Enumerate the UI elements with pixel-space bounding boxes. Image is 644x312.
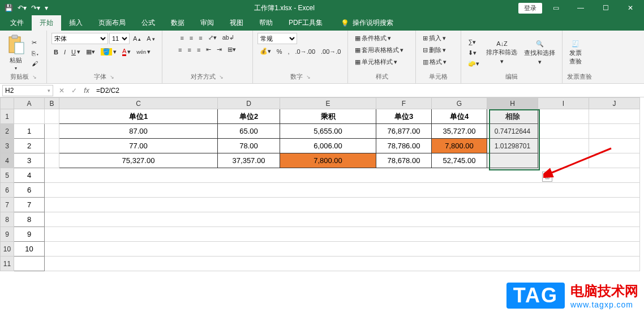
cell-i2[interactable] bbox=[538, 124, 589, 139]
colhdr-d[interactable]: D bbox=[218, 98, 280, 109]
invoice-verify-button[interactable]: 🧾 发票 查验 bbox=[567, 39, 584, 67]
cell-b4[interactable] bbox=[45, 153, 59, 168]
colhdr-g[interactable]: G bbox=[432, 98, 487, 109]
cell-e4[interactable]: 7,800.00 bbox=[280, 153, 376, 168]
rowhdr-10[interactable]: 10 bbox=[1, 242, 14, 257]
sort-filter-button[interactable]: A↓Z 排序和筛选▾ bbox=[484, 39, 520, 66]
align-left-button[interactable]: ≡ bbox=[176, 45, 184, 54]
cell-f3[interactable]: 78,786.00 bbox=[376, 139, 432, 153]
clear-button[interactable]: 🧽▾ bbox=[466, 59, 482, 69]
copy-button[interactable]: ⎘▾ bbox=[29, 49, 42, 58]
rowhdr-2[interactable]: 2 bbox=[1, 124, 14, 139]
comma-button[interactable]: , bbox=[285, 47, 291, 56]
shrink-font-button[interactable]: A▾ bbox=[144, 34, 157, 43]
colhdr-j[interactable]: J bbox=[589, 98, 640, 109]
formula-input[interactable] bbox=[93, 87, 644, 95]
cell-h2[interactable]: 0.74712644 bbox=[487, 124, 538, 139]
wrap-text-button[interactable]: ab↲ bbox=[220, 33, 237, 42]
cell-e1[interactable]: 乘积 bbox=[280, 109, 376, 124]
cell-j2[interactable] bbox=[589, 124, 640, 139]
format-cells-button[interactable]: ▥ 格式 ▾ bbox=[420, 57, 449, 67]
colhdr-h[interactable]: H bbox=[487, 98, 538, 109]
colhdr-b[interactable]: B bbox=[45, 98, 59, 109]
cell-a3[interactable]: 2 bbox=[14, 139, 45, 153]
colhdr-c[interactable]: C bbox=[59, 98, 218, 109]
decrease-decimal-button[interactable]: .00→.0 bbox=[319, 47, 343, 56]
font-size-select[interactable]: 11 bbox=[109, 33, 130, 44]
cell-b1[interactable] bbox=[45, 109, 59, 124]
tab-view[interactable]: 视图 bbox=[222, 15, 251, 31]
cell-a1[interactable] bbox=[14, 109, 45, 124]
cell-c1[interactable]: 单位1 bbox=[59, 109, 218, 124]
clipboard-launcher[interactable]: ↘ bbox=[32, 74, 37, 80]
align-center-button[interactable]: ≡ bbox=[185, 45, 193, 54]
cell-g1[interactable]: 单位4 bbox=[432, 109, 487, 124]
spreadsheet-grid[interactable]: A B C D E F G H I J 1 单位1 单位2 乘积 单位3 单位4… bbox=[0, 97, 644, 312]
cell-g4[interactable]: 52,745.00 bbox=[432, 153, 487, 168]
tell-me-search[interactable]: 💡 操作说明搜索 bbox=[335, 15, 399, 31]
rowhdr-3[interactable]: 3 bbox=[1, 139, 14, 153]
rowhdr-9[interactable]: 9 bbox=[1, 227, 14, 242]
grow-font-button[interactable]: A▴ bbox=[131, 34, 143, 43]
close-icon[interactable]: ✕ bbox=[619, 0, 642, 16]
cell-a2[interactable]: 1 bbox=[14, 124, 45, 139]
tab-home[interactable]: 开始 bbox=[32, 15, 61, 31]
tab-insert[interactable]: 插入 bbox=[61, 15, 91, 31]
number-format-select[interactable]: 常规 bbox=[257, 33, 297, 44]
maximize-icon[interactable]: ☐ bbox=[594, 0, 617, 16]
cell-d4[interactable]: 37,357.00 bbox=[218, 153, 280, 168]
number-launcher[interactable]: ↘ bbox=[306, 74, 311, 80]
rowhdr-5[interactable]: 5 bbox=[1, 168, 14, 183]
cell-a7[interactable]: 7 bbox=[14, 198, 45, 212]
tab-pdf[interactable]: PDF工具集 bbox=[281, 15, 330, 31]
conditional-format-button[interactable]: ▦ 条件格式 ▾ bbox=[353, 33, 393, 44]
cell-a6[interactable]: 6 bbox=[14, 183, 45, 198]
minimize-icon[interactable]: — bbox=[569, 0, 592, 16]
tab-file[interactable]: 文件 bbox=[2, 15, 32, 31]
tab-data[interactable]: 数据 bbox=[163, 15, 192, 31]
delete-cells-button[interactable]: ⊟ 删除 ▾ bbox=[420, 45, 448, 55]
find-select-button[interactable]: 🔍 查找和选择▾ bbox=[522, 39, 557, 67]
cell-d3[interactable]: 78.00 bbox=[218, 139, 280, 153]
select-all-corner[interactable] bbox=[1, 98, 14, 109]
percent-button[interactable]: % bbox=[274, 47, 285, 56]
cell-g3[interactable]: 7,800.00 bbox=[432, 139, 487, 153]
rowhdr-7[interactable]: 7 bbox=[1, 198, 14, 212]
format-painter-button[interactable]: 🖌 bbox=[29, 59, 42, 68]
orientation-button[interactable]: ⤢▾ bbox=[206, 33, 219, 42]
cell-a11[interactable] bbox=[14, 257, 45, 271]
cell-g2[interactable]: 35,727.00 bbox=[432, 124, 487, 139]
cell-b2[interactable] bbox=[45, 124, 59, 139]
paste-button[interactable]: 粘贴 ▾ bbox=[5, 33, 27, 72]
tab-review[interactable]: 审阅 bbox=[192, 15, 222, 31]
cell-d1[interactable]: 单位2 bbox=[218, 109, 280, 124]
cell-h4[interactable] bbox=[487, 153, 538, 168]
fill-color-button[interactable]: 🪣▾ bbox=[98, 47, 119, 57]
align-right-button[interactable]: ≡ bbox=[195, 45, 203, 54]
login-button[interactable]: 登录 bbox=[518, 3, 542, 14]
rowhdr-8[interactable]: 8 bbox=[1, 212, 14, 227]
fx-icon[interactable]: fx bbox=[80, 87, 93, 95]
autosum-button[interactable]: ∑▾ bbox=[466, 37, 482, 47]
align-middle-button[interactable]: ≡ bbox=[187, 33, 195, 42]
cell-c4[interactable]: 75,327.00 bbox=[59, 153, 218, 168]
rowhdr-6[interactable]: 6 bbox=[1, 183, 14, 198]
italic-button[interactable]: I bbox=[62, 48, 68, 57]
redo-icon[interactable]: ↷▾ bbox=[31, 4, 40, 12]
colhdr-i[interactable]: I bbox=[538, 98, 589, 109]
font-name-select[interactable]: 宋体 bbox=[51, 33, 108, 44]
decrease-indent-button[interactable]: ⇤ bbox=[204, 45, 213, 54]
ribbon-options-icon[interactable]: ▭ bbox=[544, 0, 567, 16]
cell-e2[interactable]: 5,655.00 bbox=[280, 124, 376, 139]
rowhdr-11[interactable]: 11 bbox=[1, 257, 14, 271]
accounting-button[interactable]: 💰▾ bbox=[257, 46, 273, 56]
tab-help[interactable]: 帮助 bbox=[251, 15, 281, 31]
increase-indent-button[interactable]: ⇥ bbox=[214, 45, 224, 54]
cell-f4[interactable]: 78,678.00 bbox=[376, 153, 432, 168]
align-bottom-button[interactable]: ≡ bbox=[196, 33, 204, 42]
undo-icon[interactable]: ↶▾ bbox=[18, 4, 27, 12]
increase-decimal-button[interactable]: .0→.00 bbox=[293, 47, 317, 56]
colhdr-f[interactable]: F bbox=[376, 98, 432, 109]
cell-j1[interactable] bbox=[589, 109, 640, 124]
cell-e3[interactable]: 6,006.00 bbox=[280, 139, 376, 153]
